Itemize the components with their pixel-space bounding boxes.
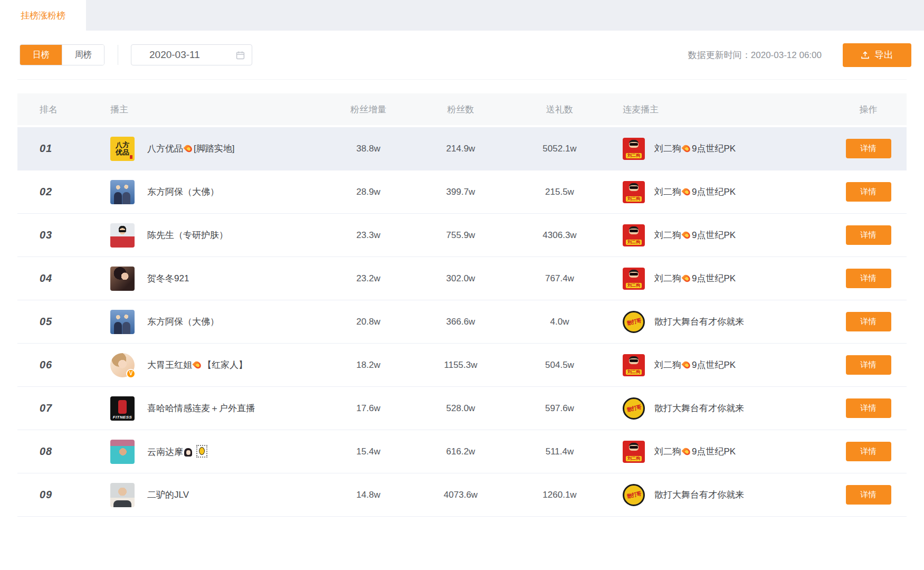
tab-fan-growth-ranking[interactable]: 挂榜涨粉榜 bbox=[0, 0, 86, 31]
date-value: 2020-03-11 bbox=[149, 49, 200, 61]
broadcaster-name: 云南达摩 bbox=[147, 445, 207, 458]
detail-button[interactable]: 详情 bbox=[846, 225, 891, 245]
gifts-count: 767.4w bbox=[511, 273, 608, 284]
daily-tab-button[interactable]: 日榜 bbox=[20, 45, 62, 65]
cohost-name: 刘二狗9点世纪PK bbox=[654, 272, 736, 284]
column-header-3: 粉丝数 bbox=[411, 103, 511, 116]
table-header: 排名播主粉丝增量粉丝数送礼数连麦播主操作 bbox=[17, 93, 907, 125]
cohost-avatar-text: 刘二狗 bbox=[626, 456, 642, 461]
fans-gain: 28.9w bbox=[326, 187, 411, 197]
cohost-avatar: 刘二狗 bbox=[623, 138, 645, 160]
cohost-name: 散打大舞台有才你就来 bbox=[654, 402, 744, 414]
cohost-avatar: 刘二狗 bbox=[623, 441, 645, 463]
broadcaster-avatar: V bbox=[110, 353, 135, 377]
update-time-label: 数据更新时间： bbox=[688, 50, 751, 60]
gifts-count: 511.4w bbox=[511, 446, 608, 457]
cohost-avatar-text: 散打哥 bbox=[626, 403, 641, 413]
rank-value: 09 bbox=[17, 489, 97, 501]
table-row: 08云南达摩15.4w616.2w511.4w刘二狗刘二狗9点世纪PK详情 bbox=[17, 430, 907, 473]
fans-gain: 38.8w bbox=[326, 144, 411, 154]
broadcaster-name: 陈先生（专研护肤） bbox=[147, 229, 228, 241]
fans-gain: 23.3w bbox=[326, 230, 411, 241]
fans-gain: 14.8w bbox=[326, 490, 411, 500]
fans-gain: 23.2w bbox=[326, 273, 411, 284]
fans-gain: 15.4w bbox=[326, 446, 411, 457]
cohost-name: 刘二狗9点世纪PK bbox=[654, 186, 736, 198]
cohost-name: 刘二狗9点世纪PK bbox=[654, 229, 736, 241]
weekly-tab-button[interactable]: 周榜 bbox=[62, 45, 104, 65]
update-time: 数据更新时间：2020-03-12 06:00 bbox=[688, 49, 822, 61]
cohost-avatar-text: 刘二狗 bbox=[626, 240, 642, 245]
fans-total: 302.0w bbox=[411, 273, 511, 284]
export-button[interactable]: 导出 bbox=[843, 43, 911, 67]
detail-button[interactable]: 详情 bbox=[846, 398, 891, 418]
fans-total: 214.9w bbox=[411, 144, 511, 154]
detail-button[interactable]: 详情 bbox=[846, 182, 891, 202]
fans-gain: 17.6w bbox=[326, 403, 411, 414]
fans-total: 755.9w bbox=[411, 230, 511, 241]
gifts-count: 5052.1w bbox=[511, 144, 608, 154]
table-body: 01八方优品八方优品[脚踏实地]38.8w214.9w5052.1w刘二狗刘二狗… bbox=[17, 127, 907, 517]
avatar-text: 八方优品 bbox=[115, 141, 130, 156]
table-row: 04贺冬冬92123.2w302.0w767.4w刘二狗刘二狗9点世纪PK详情 bbox=[17, 257, 907, 300]
broadcaster-name: 东方阿保（大佛） bbox=[147, 186, 219, 198]
column-header-4: 送礼数 bbox=[511, 103, 608, 116]
table-row: 01八方优品八方优品[脚踏实地]38.8w214.9w5052.1w刘二狗刘二狗… bbox=[17, 127, 907, 170]
fire-emoji bbox=[681, 360, 691, 370]
unknown-emoji-placeholder bbox=[196, 445, 207, 458]
cohost-avatar-text: 刘二狗 bbox=[626, 283, 642, 288]
girl-emoji bbox=[184, 448, 192, 457]
fans-total: 399.7w bbox=[411, 187, 511, 197]
broadcaster-avatar bbox=[110, 440, 135, 464]
fire-emoji bbox=[681, 273, 691, 283]
column-header-0: 排名 bbox=[17, 103, 97, 116]
detail-button[interactable]: 详情 bbox=[846, 355, 891, 375]
broadcaster-avatar bbox=[110, 310, 135, 334]
broadcaster-avatar bbox=[110, 267, 135, 291]
broadcaster-avatar: 八方优品 bbox=[110, 137, 135, 161]
period-toggle: 日榜 周榜 bbox=[20, 44, 104, 65]
rank-value: 04 bbox=[17, 272, 97, 284]
gifts-count: 4306.3w bbox=[511, 230, 608, 241]
detail-button[interactable]: 详情 bbox=[846, 442, 891, 461]
gifts-count: 597.6w bbox=[511, 403, 608, 414]
verified-badge: V bbox=[126, 369, 136, 378]
cohost-name: 散打大舞台有才你就来 bbox=[654, 316, 744, 328]
tab-title: 挂榜涨粉榜 bbox=[21, 10, 65, 22]
cohost-avatar-text: 散打哥 bbox=[626, 317, 641, 327]
broadcaster-name: 大胃王红姐【红家人】 bbox=[147, 359, 247, 371]
broadcaster-name: 东方阿保（大佛） bbox=[147, 316, 219, 328]
broadcaster-name: 喜哈哈情感连麦＋户外直播 bbox=[147, 402, 255, 414]
broadcaster-avatar bbox=[110, 180, 135, 204]
detail-button[interactable]: 详情 bbox=[846, 312, 891, 331]
date-picker[interactable]: 2020-03-11 bbox=[131, 44, 252, 65]
detail-button[interactable]: 详情 bbox=[846, 485, 891, 505]
broadcaster-name: 二驴的JLV bbox=[147, 489, 189, 501]
gifts-count: 1260.1w bbox=[511, 490, 608, 500]
table-row: 07FITNESS喜哈哈情感连麦＋户外直播17.6w528.0w597.6w散打… bbox=[17, 387, 907, 430]
cohost-avatar-text: 散打哥 bbox=[626, 490, 641, 500]
broadcaster-name: 八方优品[脚踏实地] bbox=[147, 142, 234, 155]
fire-emoji bbox=[681, 144, 691, 154]
cohost-name: 刘二狗9点世纪PK bbox=[654, 142, 736, 155]
column-header-2: 粉丝增量 bbox=[326, 103, 411, 116]
content-panel: 日榜 周榜 2020-03-11 数据更新时间：2020-03-12 06:00… bbox=[0, 31, 924, 517]
detail-button[interactable]: 详情 bbox=[846, 139, 891, 158]
rank-value: 07 bbox=[17, 402, 97, 414]
update-time-value: 2020-03-12 06:00 bbox=[751, 50, 822, 60]
table-row: 03陈先生（专研护肤）23.3w755.9w4306.3w刘二狗刘二狗9点世纪P… bbox=[17, 214, 907, 257]
fire-emoji bbox=[681, 446, 691, 457]
rank-value: 06 bbox=[17, 359, 97, 371]
cohost-avatar: 散打哥 bbox=[623, 311, 645, 333]
cohost-avatar: 刘二狗 bbox=[623, 181, 645, 203]
detail-button[interactable]: 详情 bbox=[846, 269, 891, 288]
fans-total: 1155.3w bbox=[411, 360, 511, 370]
column-header-6: 操作 bbox=[830, 103, 907, 116]
cohost-avatar: 刘二狗 bbox=[623, 354, 645, 376]
cohost-avatar: 散打哥 bbox=[623, 397, 645, 420]
cohost-avatar-text: 刘二狗 bbox=[626, 153, 642, 158]
rank-value: 03 bbox=[17, 229, 97, 241]
fans-total: 616.2w bbox=[411, 446, 511, 457]
cohost-name: 刘二狗9点世纪PK bbox=[654, 445, 736, 458]
export-icon bbox=[861, 51, 870, 60]
